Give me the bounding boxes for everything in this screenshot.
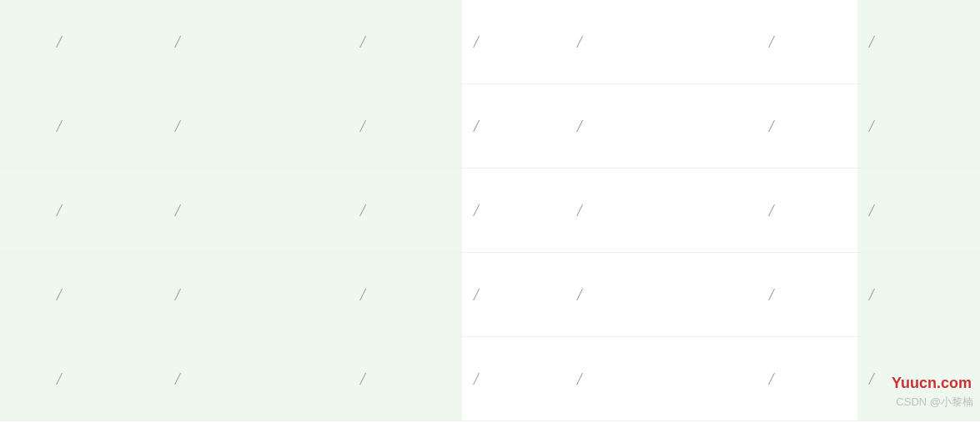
table-cell: /: [757, 0, 857, 83]
table-cell: [0, 84, 45, 168]
table-cell: /: [45, 337, 163, 420]
table-cell: /: [349, 253, 462, 336]
table-cell: /: [462, 253, 565, 336]
table-cell: /: [857, 84, 980, 168]
table-cell: /: [349, 169, 462, 252]
table-cell: /: [163, 169, 349, 252]
table-cell: /: [45, 253, 163, 336]
table-cell: [0, 337, 45, 420]
table-cell: /: [163, 337, 349, 420]
table-cell: /: [45, 0, 163, 83]
table-cell: /: [462, 0, 565, 83]
table-cell: /: [857, 169, 980, 252]
table-cell: /: [757, 337, 857, 420]
table-row: / / / / / / /: [0, 253, 980, 337]
table-cell: [0, 169, 45, 252]
table-cell: /: [349, 84, 462, 168]
table-cell: /: [757, 253, 857, 336]
table-cell: /: [163, 84, 349, 168]
table-cell: /: [462, 337, 565, 420]
data-table: / / / / / / / / / / / / / / / / / / / / …: [0, 0, 980, 421]
table-cell: /: [565, 253, 757, 336]
table-row: / / / / / / /: [0, 337, 980, 421]
table-cell: /: [757, 169, 857, 252]
table-cell: /: [462, 169, 565, 252]
table-cell: /: [857, 253, 980, 336]
table-cell: /: [857, 0, 980, 83]
table-cell: [0, 0, 45, 83]
table-cell: /: [565, 84, 757, 168]
table-cell: /: [163, 0, 349, 83]
watermark-author: CSDN @小黎楠: [896, 395, 973, 410]
table-row: / / / / / / /: [0, 0, 980, 84]
table-cell: /: [757, 84, 857, 168]
table-cell: /: [349, 0, 462, 83]
watermark-site: Yuucn.com: [892, 375, 972, 392]
table-cell: /: [45, 84, 163, 168]
table-cell: /: [565, 337, 757, 420]
table-cell: /: [349, 337, 462, 420]
table-cell: /: [45, 169, 163, 252]
table-cell: /: [462, 84, 565, 168]
table-cell: /: [565, 0, 757, 83]
table-row: / / / / / / /: [0, 84, 980, 169]
table-cell: /: [565, 169, 757, 252]
table-cell: /: [163, 253, 349, 336]
table-row: / / / / / / /: [0, 169, 980, 253]
table-cell: [0, 253, 45, 336]
